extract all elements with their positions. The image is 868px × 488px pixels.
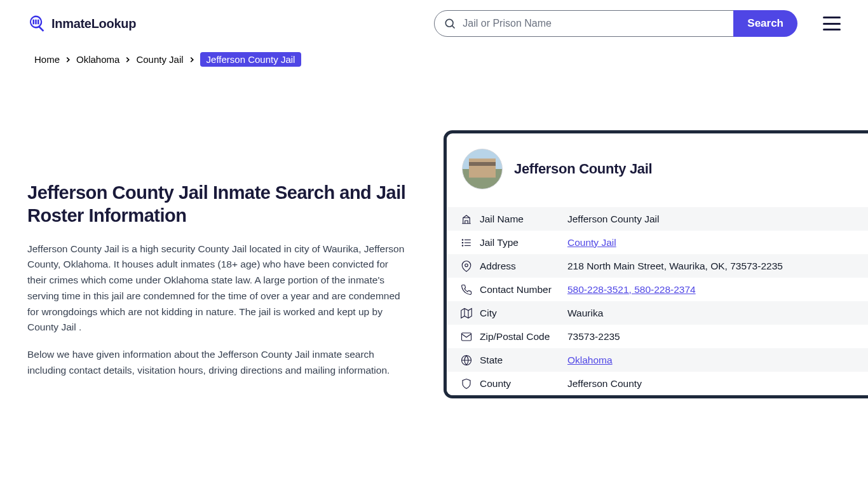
row-value-link[interactable]: County Jail (567, 237, 616, 248)
phone-icon (461, 284, 475, 295)
svg-rect-0 (33, 20, 35, 25)
svg-point-8 (462, 239, 463, 240)
description-1: Jefferson County Jail is a high security… (27, 241, 409, 336)
globe-icon (461, 355, 475, 366)
right-column: Jefferson County Jail Jail Name Jefferso… (444, 130, 868, 398)
svg-point-10 (462, 245, 463, 246)
search-group: Search (434, 10, 797, 37)
row-value: Jefferson County (567, 378, 642, 390)
row-value: Jefferson County Jail (567, 214, 659, 225)
row-jail-type: Jail Type County Jail (447, 231, 868, 254)
menu-icon[interactable] (823, 17, 841, 30)
breadcrumb-state[interactable]: Oklahoma (76, 54, 119, 65)
mappin-icon (461, 261, 475, 272)
card-header: Jefferson County Jail (447, 133, 868, 207)
search-icon (444, 17, 456, 30)
breadcrumb-current: Jefferson County Jail (200, 52, 302, 67)
page-title: Jefferson County Jail Inmate Search and … (27, 181, 409, 227)
breadcrumb: Home Oklahoma County Jail Jefferson Coun… (0, 52, 868, 67)
info-table: Jail Name Jefferson County Jail Jail Typ… (447, 207, 868, 395)
row-label: Jail Type (480, 237, 567, 248)
description-2: Below we have given information about th… (27, 347, 409, 379)
logo-icon (27, 13, 48, 34)
row-label: State (480, 355, 567, 366)
row-value-link[interactable]: Oklahoma (567, 355, 613, 366)
row-label: Jail Name (480, 214, 567, 225)
chevron-right-icon (187, 55, 196, 64)
jail-avatar (462, 149, 503, 189)
header: InmateLookup Search (0, 0, 868, 47)
svg-rect-2 (37, 20, 39, 25)
svg-rect-1 (35, 20, 37, 25)
svg-point-3 (446, 19, 454, 27)
row-contact: Contact Number 580-228-3521, 580-228-237… (447, 278, 868, 301)
logo-text: InmateLookup (51, 17, 136, 31)
svg-point-11 (465, 264, 468, 267)
logo[interactable]: InmateLookup (27, 13, 136, 34)
row-address: Address 218 North Main Street, Waurika, … (447, 254, 868, 278)
shield-icon (461, 378, 475, 390)
breadcrumb-type[interactable]: County Jail (136, 54, 183, 65)
row-value: Waurika (567, 308, 603, 319)
card-title: Jefferson County Jail (514, 161, 652, 177)
envelope-icon (461, 331, 475, 342)
row-label: Zip/Postal Code (480, 331, 567, 342)
row-zip: Zip/Postal Code 73573-2235 (447, 325, 868, 348)
svg-point-9 (462, 242, 463, 243)
search-input[interactable] (463, 18, 724, 29)
row-county: County Jefferson County (447, 372, 868, 395)
svg-line-4 (452, 26, 455, 29)
row-city: City Waurika (447, 301, 868, 325)
row-value-link[interactable]: 580-228-3521, 580-228-2374 (567, 284, 696, 295)
left-column: Jefferson County Jail Inmate Search and … (27, 130, 409, 398)
chevron-right-icon (123, 55, 132, 64)
row-label: City (480, 308, 567, 319)
row-label: Contact Number (480, 284, 567, 295)
list-icon (461, 237, 475, 248)
chevron-right-icon (64, 55, 72, 64)
info-card: Jefferson County Jail Jail Name Jefferso… (444, 130, 868, 398)
svg-marker-12 (461, 308, 472, 318)
institution-icon (461, 214, 475, 225)
row-value: 218 North Main Street, Waurika, OK, 7357… (567, 261, 783, 272)
search-button[interactable]: Search (733, 10, 797, 37)
row-state: State Oklahoma (447, 348, 868, 372)
row-value: 73573-2235 (567, 331, 620, 342)
map-icon (461, 308, 475, 319)
breadcrumb-home[interactable]: Home (34, 54, 60, 65)
row-label: County (480, 378, 567, 390)
content: Jefferson County Jail Inmate Search and … (0, 130, 868, 398)
search-wrap (434, 10, 734, 37)
row-jail-name: Jail Name Jefferson County Jail (447, 207, 868, 231)
row-label: Address (480, 261, 567, 272)
header-right: Search (434, 10, 841, 37)
